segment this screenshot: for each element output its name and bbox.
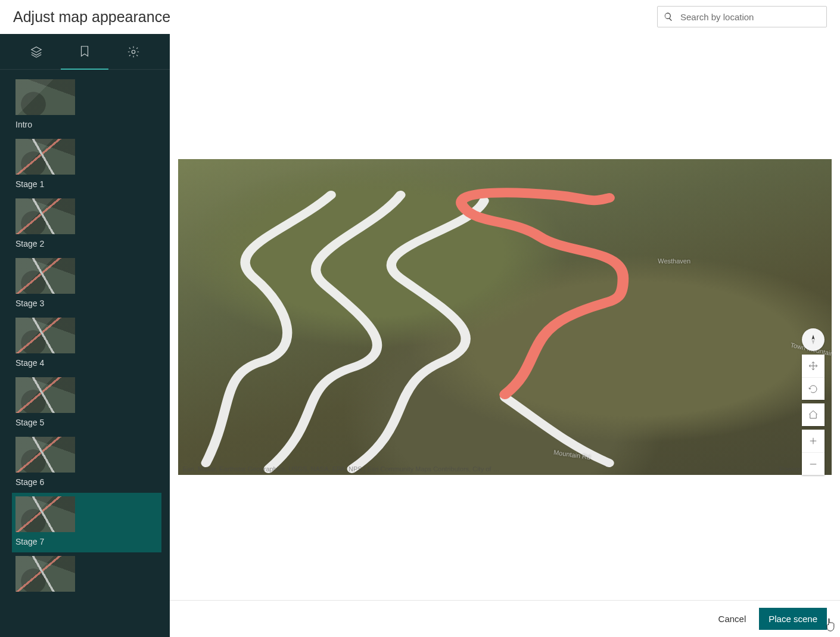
bookmark-thumb bbox=[15, 318, 75, 353]
bookmark-item-stage-7[interactable]: Stage 7 bbox=[12, 493, 161, 552]
bookmark-label: Intro bbox=[15, 120, 158, 129]
zoom-out-button[interactable] bbox=[802, 452, 825, 475]
search-input[interactable] bbox=[680, 12, 820, 22]
map-attribution: Esri, Maxar, Earthstar Geographics, USGS… bbox=[183, 465, 827, 473]
road-label: Westhaven bbox=[658, 257, 690, 265]
scene-viewport: WesthavenTown Mountain RdMountain Rd Esr… bbox=[170, 34, 840, 600]
bookmark-thumb bbox=[15, 556, 75, 592]
pan-button[interactable] bbox=[802, 355, 825, 377]
bookmark-label: Stage 5 bbox=[15, 418, 158, 427]
bookmark-icon bbox=[78, 45, 91, 58]
main: WesthavenTown Mountain RdMountain Rd Esr… bbox=[170, 34, 840, 637]
bookmark-label: Stage 7 bbox=[15, 537, 158, 546]
layers-icon bbox=[30, 45, 43, 58]
rotate-button[interactable] bbox=[802, 377, 825, 400]
compass-icon bbox=[807, 334, 819, 346]
scene-canvas[interactable]: WesthavenTown Mountain RdMountain Rd Esr… bbox=[178, 159, 832, 475]
minus-icon bbox=[808, 459, 819, 470]
bookmark-thumb bbox=[15, 79, 75, 115]
map-controls bbox=[802, 328, 825, 475]
tab-bookmarks[interactable] bbox=[61, 34, 108, 70]
home-button[interactable] bbox=[802, 403, 825, 426]
route-overlay bbox=[178, 159, 832, 475]
sidebar: IntroStage 1Stage 2Stage 3Stage 4Stage 5… bbox=[0, 34, 170, 637]
rotate-icon bbox=[808, 384, 819, 394]
bookmark-thumb bbox=[15, 377, 75, 413]
bookmark-item-intro[interactable]: Intro bbox=[12, 76, 161, 135]
tab-layers[interactable] bbox=[13, 34, 60, 70]
sidebar-tabs bbox=[0, 34, 170, 70]
place-scene-button[interactable]: Place scene bbox=[759, 608, 827, 630]
tab-settings[interactable] bbox=[110, 34, 157, 70]
bookmark-label: Stage 6 bbox=[15, 477, 158, 487]
bookmark-thumb bbox=[15, 198, 75, 234]
bookmark-item-stage-3[interactable]: Stage 3 bbox=[12, 254, 161, 314]
attribution-left: Esri, Maxar, Earthstar Geographics, USGS… bbox=[183, 465, 499, 473]
footer: Cancel Place scene bbox=[170, 600, 840, 637]
compass-button[interactable] bbox=[802, 328, 825, 351]
svg-marker-2 bbox=[812, 340, 815, 344]
bookmark-thumb bbox=[15, 139, 75, 175]
search-icon bbox=[664, 12, 673, 21]
plus-icon bbox=[808, 436, 819, 446]
svg-marker-1 bbox=[812, 335, 815, 340]
cancel-button[interactable]: Cancel bbox=[716, 609, 749, 629]
bookmark-label: Stage 4 bbox=[15, 358, 158, 368]
bookmark-item-stage-1[interactable]: Stage 1 bbox=[12, 135, 161, 195]
home-icon bbox=[808, 409, 819, 420]
bookmark-item-stage-6[interactable]: Stage 6 bbox=[12, 433, 161, 493]
bookmark-list[interactable]: IntroStage 1Stage 2Stage 3Stage 4Stage 5… bbox=[0, 70, 165, 637]
pan-icon bbox=[808, 361, 819, 371]
bookmark-label: Stage 1 bbox=[15, 179, 158, 189]
bookmark-item-stage-5[interactable]: Stage 5 bbox=[12, 374, 161, 433]
bookmark-item-idx8[interactable] bbox=[12, 552, 161, 602]
bookmark-label: Stage 2 bbox=[15, 239, 158, 248]
bookmark-label: Stage 3 bbox=[15, 299, 158, 308]
search-field-wrap[interactable] bbox=[657, 6, 827, 27]
bookmark-thumb bbox=[15, 437, 75, 473]
zoom-in-button[interactable] bbox=[802, 430, 825, 452]
svg-point-0 bbox=[132, 50, 135, 54]
bookmark-item-stage-2[interactable]: Stage 2 bbox=[12, 195, 161, 254]
bookmark-thumb bbox=[15, 496, 75, 532]
bookmark-item-stage-4[interactable]: Stage 4 bbox=[12, 314, 161, 374]
bookmark-thumb bbox=[15, 258, 75, 294]
gear-icon bbox=[127, 45, 140, 58]
header: Adjust map appearance bbox=[0, 0, 840, 34]
page-title: Adjust map appearance bbox=[13, 8, 170, 26]
